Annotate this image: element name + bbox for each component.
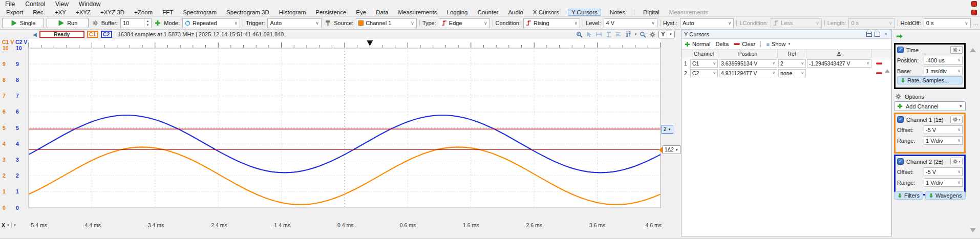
- tab-y-cursors[interactable]: Y Cursors: [568, 9, 601, 16]
- tab-measurements[interactable]: Measurements: [397, 9, 438, 15]
- time-base-select[interactable]: 1 ms/div∨: [924, 67, 963, 75]
- clear-cursors-button[interactable]: Clear: [734, 41, 755, 47]
- cursor-delta-value[interactable]: -1.2945343427 V∨: [807, 59, 871, 68]
- tab-xyz-3d[interactable]: +XYZ 3D: [99, 9, 125, 15]
- level-select[interactable]: 4 V∨: [604, 18, 657, 28]
- cursor1-marker[interactable]: 1Δ2▼: [663, 145, 680, 154]
- cursor-ref-select[interactable]: 2∨: [778, 59, 806, 68]
- condition-select[interactable]: Rising∨: [523, 18, 580, 28]
- channel2-settings-gear-icon[interactable]: ▼: [950, 158, 963, 165]
- rate-samples-button[interactable]: Rate, Samples...: [897, 76, 963, 84]
- trigger-select[interactable]: Auto∨: [267, 18, 321, 28]
- cursor-position-select[interactable]: 4.931129477 V∨: [719, 69, 777, 77]
- down-arrow-icon: [898, 193, 902, 199]
- spinner-arrows-icon[interactable]: ▲▼: [144, 19, 151, 28]
- collapse-panel-arrow-icon[interactable]: [896, 34, 903, 39]
- cursor-ref-select[interactable]: none∨: [778, 69, 806, 77]
- tab-x-cursors[interactable]: X Cursors: [532, 9, 560, 15]
- tab-logging[interactable]: Logging: [446, 9, 469, 15]
- svg-text:8: 8: [3, 77, 6, 83]
- channel1-checkbox[interactable]: ✓: [897, 116, 904, 123]
- menu-window[interactable]: Window: [79, 1, 101, 8]
- tab-eye[interactable]: Eye: [355, 9, 367, 15]
- filters-button[interactable]: Filters: [894, 191, 923, 200]
- svg-text:3.6 ms: 3.6 ms: [589, 222, 606, 228]
- tab-digital[interactable]: Digital: [642, 9, 661, 15]
- tab-fft[interactable]: FFT: [161, 9, 174, 15]
- hammer-icon[interactable]: [324, 19, 331, 27]
- channel2-range-select[interactable]: 1 V/div∨: [924, 178, 963, 187]
- buffer-gear-icon[interactable]: [91, 19, 98, 27]
- cursor-channel-select[interactable]: C1∨: [690, 59, 718, 68]
- length-value: 0 s: [851, 20, 859, 26]
- cursor2-marker[interactable]: 2▼: [662, 125, 673, 134]
- condition-label: Condition:: [495, 20, 521, 26]
- toolbar-overflow-button[interactable]: ...: [973, 20, 978, 26]
- add-channel-select[interactable]: Add Channel ▼: [894, 101, 966, 111]
- add-normal-cursor-button[interactable]: Normal: [685, 41, 710, 47]
- svg-text:-2.4 ms: -2.4 ms: [209, 222, 227, 228]
- undock-panel-icon[interactable]: [866, 32, 872, 37]
- tab-xyz[interactable]: +XYZ: [75, 9, 92, 15]
- tab-rec[interactable]: Rec.: [32, 9, 46, 15]
- channel1-offset-select[interactable]: -5 V∨: [924, 125, 963, 134]
- tab-persistence[interactable]: Persistence: [314, 9, 347, 15]
- single-button[interactable]: Single: [2, 18, 44, 28]
- maximize-panel-icon[interactable]: [875, 32, 880, 37]
- table-scroll-up-icon[interactable]: [885, 69, 890, 73]
- mode-select[interactable]: Repeated∨: [182, 18, 240, 28]
- time-position-select[interactable]: -400 us∨: [924, 56, 963, 64]
- tab-data[interactable]: Data: [375, 9, 389, 15]
- tab-zoom[interactable]: +Zoom: [133, 9, 154, 15]
- panel-scroll-up-icon[interactable]: [970, 48, 976, 52]
- remove-cursor-button[interactable]: [876, 72, 882, 74]
- y-cursors-title-bar[interactable]: Y Cursors ×: [681, 30, 891, 39]
- tab-spectrogram-3d[interactable]: Spectrogram 3D: [225, 9, 270, 15]
- channel2-group: ✓ Channel 2 (2±) ▼ Offset: -5 V∨ Range: …: [894, 155, 966, 195]
- hysteresis-select[interactable]: Auto∨: [680, 18, 734, 28]
- channel2-checkbox[interactable]: ✓: [897, 158, 904, 165]
- show-options-button[interactable]: ≡ Show ▼: [766, 41, 791, 47]
- panel-scroll-down-icon[interactable]: [970, 228, 976, 232]
- add-mode-plus-icon[interactable]: [154, 19, 161, 27]
- x-axis-label: X: [2, 222, 5, 228]
- source-select[interactable]: Channel 1∨: [356, 18, 417, 28]
- x-axis-menu-button[interactable]: X ▼▼: [2, 222, 16, 228]
- menu-control[interactable]: Control: [25, 1, 45, 8]
- buffer-spinner[interactable]: 10 ▲▼: [120, 18, 152, 28]
- cursor-position-select[interactable]: 3.636595134 V∨: [719, 59, 777, 68]
- tab-export[interactable]: Export: [5, 9, 24, 15]
- run-button[interactable]: Run: [47, 18, 89, 28]
- svg-text:8: 8: [16, 77, 19, 83]
- tab-spectrogram[interactable]: Spectrogram: [182, 9, 218, 15]
- wavegens-button[interactable]: Wavegens: [925, 191, 966, 200]
- holdoff-select[interactable]: 0 s∨: [924, 18, 971, 28]
- tab-counter[interactable]: Counter: [476, 9, 499, 15]
- options-button[interactable]: Options: [895, 93, 924, 100]
- menu-view[interactable]: View: [55, 1, 69, 8]
- channel1-settings-gear-icon[interactable]: ▼: [950, 116, 963, 123]
- add-delta-cursor-button[interactable]: Delta: [715, 41, 729, 47]
- svg-text:C2 V: C2 V: [15, 39, 27, 45]
- menu-file[interactable]: File: [5, 1, 15, 8]
- remove-cursor-button[interactable]: [876, 62, 882, 64]
- tab-xy[interactable]: +XY: [54, 9, 67, 15]
- tab-notes[interactable]: Notes: [609, 9, 626, 15]
- cursor-channel-select[interactable]: C2∨: [690, 69, 718, 77]
- column-ref: Ref: [778, 50, 806, 58]
- tab-histogram[interactable]: Histogram: [278, 9, 307, 15]
- tab-audio[interactable]: Audio: [507, 9, 524, 15]
- type-select[interactable]: Edge∨: [439, 18, 490, 28]
- holdoff-value: 0 s: [926, 20, 934, 26]
- time-checkbox[interactable]: ✓: [897, 47, 904, 53]
- channel1-reference-arrow-icon: [659, 147, 663, 153]
- channel1-range-select[interactable]: 1 V/div∨: [924, 136, 963, 145]
- oscilloscope-plot[interactable]: C1 VC2 V101099887766554433221100-5.4 ms-…: [0, 30, 680, 239]
- menu-bar: FileControlViewWindow: [0, 0, 980, 8]
- time-settings-gear-icon[interactable]: ▼: [950, 46, 963, 54]
- length-select: 0 s∨: [848, 18, 894, 28]
- svg-text:3: 3: [3, 157, 6, 163]
- close-panel-icon[interactable]: ×: [883, 32, 889, 37]
- channel2-offset-select[interactable]: -5 V∨: [924, 167, 963, 176]
- svg-text:C1 V: C1 V: [2, 39, 14, 45]
